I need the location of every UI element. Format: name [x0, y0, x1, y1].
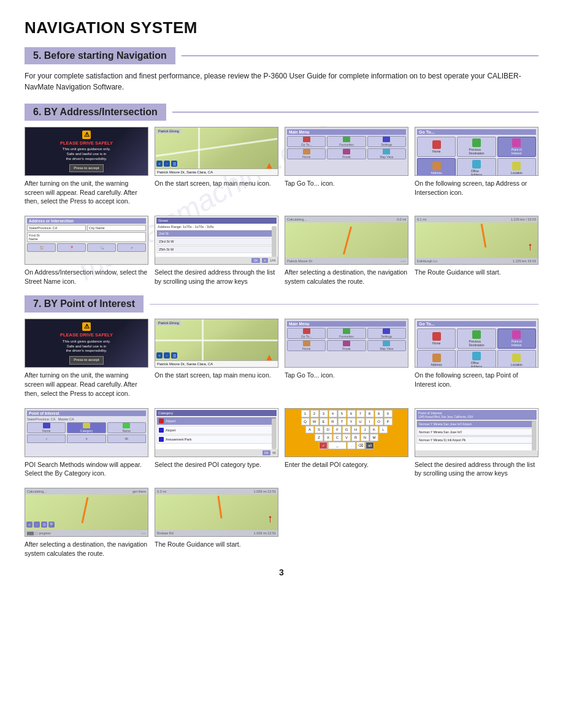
- kb-o[interactable]: O: [375, 418, 383, 425]
- cat-ok-btn[interactable]: OK: [262, 450, 270, 455]
- goto-location-7-4[interactable]: Location: [497, 350, 536, 368]
- menu-route-7-3[interactable]: Route: [327, 340, 366, 351]
- kb-t[interactable]: T: [338, 418, 347, 425]
- goto-addr-7-4[interactable]: Address: [417, 350, 456, 368]
- kb-4[interactable]: 4: [329, 410, 337, 417]
- kb-d[interactable]: D: [324, 426, 332, 433]
- goto-poi-7-4[interactable]: Point ofInterest: [497, 328, 536, 349]
- poi-name-btn[interactable]: Name: [27, 422, 66, 433]
- pr-item-2[interactable]: Norman Y Mineta San Jose Int'l: [416, 428, 537, 436]
- warn-accept-btn[interactable]: Press to accept: [69, 164, 103, 173]
- addr-street-field[interactable]: Find StName: [27, 232, 146, 242]
- kb-3[interactable]: 3: [320, 410, 328, 417]
- kb-r[interactable]: R: [329, 418, 337, 425]
- addr-icon-2[interactable]: 📍: [57, 243, 86, 252]
- kb-y[interactable]: Y: [347, 418, 356, 425]
- kb-e[interactable]: E: [320, 418, 328, 425]
- kb-5[interactable]: 5: [338, 410, 347, 417]
- kb-all[interactable]: all: [366, 442, 374, 449]
- kb-h[interactable]: H: [351, 426, 360, 433]
- kb-l[interactable]: L: [379, 426, 388, 433]
- poi-cancel-btn[interactable]: ✕: [67, 434, 105, 443]
- goto-office-7-4[interactable]: OfficeAddress: [457, 350, 496, 368]
- cat-item-airport2[interactable]: Airport: [156, 426, 277, 434]
- kb-u[interactable]: U: [356, 418, 365, 425]
- map-zoom-out[interactable]: -: [164, 161, 170, 167]
- list-item-2[interactable]: 23rd St W: [156, 238, 277, 245]
- cat-scrollbar[interactable]: [272, 419, 277, 449]
- zoom-out-7-2[interactable]: -: [164, 352, 170, 358]
- poi-category-btn[interactable]: Category: [67, 422, 105, 433]
- kb-f[interactable]: F: [333, 426, 342, 433]
- map-menu[interactable]: ☰: [171, 161, 177, 167]
- kb-q[interactable]: Q: [301, 418, 310, 425]
- map-zoom-in[interactable]: +: [156, 161, 163, 167]
- kb-space[interactable]: _: [328, 442, 347, 449]
- kb-p[interactable]: P: [384, 418, 393, 425]
- goto-office-btn[interactable]: OfficeAddress: [457, 158, 496, 176]
- menu-map-7-3[interactable]: Map View: [367, 340, 406, 351]
- menu-settings[interactable]: Settings: [367, 136, 406, 147]
- kb-k[interactable]: K: [370, 426, 378, 433]
- list-ok-btn[interactable]: OK: [251, 258, 259, 263]
- kb-z[interactable]: Z: [315, 434, 323, 441]
- kb-v[interactable]: V: [342, 434, 351, 441]
- addr-icon-3[interactable]: 🔍: [87, 243, 116, 252]
- cat-item-amusement[interactable]: Amusement Park: [156, 435, 277, 444]
- poi-nearest-btn[interactable]: Name: [107, 422, 146, 433]
- kb-1[interactable]: 1: [301, 410, 310, 417]
- menu-goto-7-3[interactable]: Go To...: [287, 328, 326, 339]
- ctrl-icon-1[interactable]: +: [26, 521, 33, 528]
- menu-map[interactable]: Map View: [367, 148, 406, 159]
- menu-home-7-3[interactable]: Home: [287, 340, 326, 351]
- kb-0[interactable]: 0: [384, 410, 393, 417]
- addr-state-field[interactable]: State/Province: CA: [27, 225, 86, 231]
- list-scrollbar[interactable]: [272, 226, 277, 259]
- menu-goto[interactable]: Go To...: [287, 136, 326, 147]
- zoom-in-7-2[interactable]: +: [156, 352, 163, 358]
- list-item-3[interactable]: 25th St W: [156, 246, 277, 253]
- kb-dot[interactable]: .: [347, 442, 356, 449]
- kb-i[interactable]: I: [366, 418, 374, 425]
- kb-2[interactable]: 2: [310, 410, 319, 417]
- menu-favourites[interactable]: Favourites: [327, 136, 366, 147]
- goto-poi-btn[interactable]: Point ofInterest: [497, 137, 536, 157]
- kb-g[interactable]: G: [342, 426, 351, 433]
- kb-n[interactable]: N: [361, 434, 369, 441]
- kb-8[interactable]: 8: [366, 410, 374, 417]
- kb-x[interactable]: X: [324, 434, 332, 441]
- menu-fav-7-3[interactable]: Favourites: [327, 328, 366, 339]
- goto-addr-btn[interactable]: Address: [417, 158, 456, 176]
- kb-b[interactable]: B: [351, 434, 360, 441]
- kb-s[interactable]: S: [315, 426, 323, 433]
- kb-j[interactable]: J: [361, 426, 369, 433]
- kb-a[interactable]: A: [305, 426, 314, 433]
- cat-item-airport[interactable]: Airport: [156, 417, 277, 425]
- addr-icon-1[interactable]: 🏠: [27, 243, 56, 252]
- menu-7-2[interactable]: ☰: [171, 352, 177, 358]
- list-cancel-btn[interactable]: ✕: [262, 258, 268, 263]
- pr-item-3[interactable]: Norman Y Mineta S) Intl Airport Pk: [416, 436, 537, 444]
- menu-set-7-3[interactable]: Settings: [367, 328, 406, 339]
- goto-prev-btn[interactable]: PreviousDestination: [457, 137, 496, 157]
- goto-home-btn[interactable]: Home: [417, 137, 456, 157]
- kb-m[interactable]: M: [370, 434, 378, 441]
- poi-mk-btn[interactable]: 4K: [107, 434, 146, 443]
- goto-prev-7-4[interactable]: PreviousDestination: [457, 328, 496, 349]
- list-item-1[interactable]: 2nd St: [156, 230, 277, 237]
- kb-check[interactable]: ✓: [319, 442, 327, 449]
- ctrl-icon-2[interactable]: -: [34, 521, 40, 528]
- poi-ok-btn[interactable]: ✓: [27, 434, 66, 443]
- kb-c[interactable]: C: [333, 434, 342, 441]
- kb-9[interactable]: 9: [375, 410, 383, 417]
- goto-home-7-4[interactable]: Home: [417, 328, 456, 349]
- ctrl-icon-3[interactable]: ⊙: [41, 521, 47, 528]
- warn-accept-7-1[interactable]: Press to accept: [69, 356, 103, 365]
- goto-location-btn[interactable]: Location: [497, 158, 536, 176]
- kb-7[interactable]: 7: [356, 410, 365, 417]
- addr-city-field[interactable]: City Name: [87, 225, 146, 231]
- menu-home[interactable]: Home: [287, 148, 326, 159]
- kb-6[interactable]: 6: [347, 410, 356, 417]
- addr-icon-4[interactable]: ✓: [117, 243, 146, 252]
- pr-item-1[interactable]: Norman Y Mineta San Jose Int'l Airport: [416, 420, 537, 428]
